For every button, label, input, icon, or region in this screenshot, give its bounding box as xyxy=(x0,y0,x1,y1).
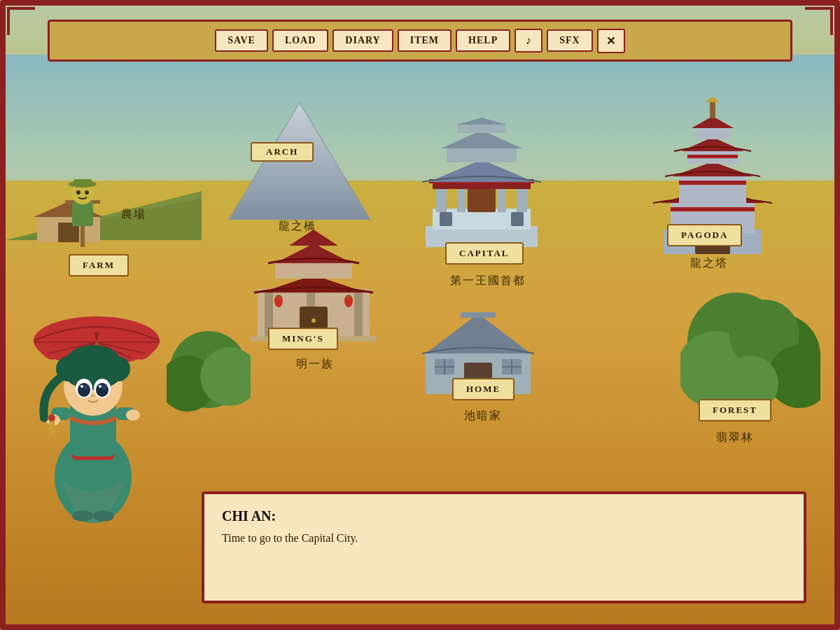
home-button[interactable]: HOME xyxy=(452,378,514,400)
mings-button[interactable]: MING'S xyxy=(268,328,338,350)
corner-decoration-tl xyxy=(7,7,35,35)
svg-point-111 xyxy=(99,385,102,388)
svg-rect-67 xyxy=(695,127,730,139)
dialog-box: CHI AN: Time to go to the Capital City. xyxy=(202,491,806,603)
pagoda-sublabel: 龍之塔 xyxy=(690,256,728,271)
svg-rect-57 xyxy=(461,312,496,318)
trees-left-bottom xyxy=(167,321,251,428)
close-button[interactable]: ✕ xyxy=(597,29,625,53)
svg-point-112 xyxy=(91,394,95,397)
svg-rect-42 xyxy=(447,147,517,162)
forest-sublabel: 翡翠林 xyxy=(716,430,754,445)
save-button[interactable]: SAVE xyxy=(215,29,268,52)
forest-button[interactable]: FOREST xyxy=(699,399,771,421)
svg-point-116 xyxy=(48,414,55,421)
svg-rect-6 xyxy=(72,202,93,226)
svg-marker-64 xyxy=(672,162,753,176)
svg-point-113 xyxy=(72,510,93,522)
svg-rect-23 xyxy=(275,261,352,279)
mings-building xyxy=(244,223,384,344)
svg-rect-35 xyxy=(457,188,465,212)
sfx-button[interactable]: SFX xyxy=(547,29,592,52)
svg-marker-45 xyxy=(457,118,506,125)
help-button[interactable]: HELP xyxy=(456,29,510,52)
dialog-character-name: CHI AN: xyxy=(222,508,786,524)
svg-rect-29 xyxy=(347,295,350,299)
load-button[interactable]: LOAD xyxy=(272,29,328,52)
svg-point-103 xyxy=(105,356,130,382)
farm-sublabel: 農場 xyxy=(121,207,146,222)
svg-point-108 xyxy=(83,384,89,390)
svg-point-11 xyxy=(85,190,89,195)
svg-rect-69 xyxy=(710,100,715,118)
svg-point-106 xyxy=(78,383,90,397)
scarecrow xyxy=(58,174,107,253)
arch-label[interactable]: FARM ARCH xyxy=(251,142,314,162)
svg-rect-37 xyxy=(468,188,496,212)
svg-point-114 xyxy=(93,510,114,522)
svg-point-98 xyxy=(126,410,140,421)
svg-rect-47 xyxy=(511,212,524,226)
svg-rect-72 xyxy=(679,181,746,185)
mings-sublabel: 明一族 xyxy=(296,357,334,372)
svg-point-109 xyxy=(102,384,107,390)
capital-button[interactable]: CAPITAL xyxy=(445,242,524,265)
svg-rect-44 xyxy=(457,123,506,133)
game-container: SAVE LOAD DIARY ITEM HELP ♪ SFX ✕ FARM A… xyxy=(0,0,840,630)
corner-decoration-tr xyxy=(805,7,833,35)
svg-rect-73 xyxy=(687,155,738,158)
home-sublabel: 池暗家 xyxy=(464,409,502,424)
dialog-text: Time to go to the Capital City. xyxy=(222,530,786,547)
svg-point-10 xyxy=(76,190,80,195)
svg-point-20 xyxy=(312,318,316,323)
item-button[interactable]: ITEM xyxy=(398,29,451,52)
svg-rect-17 xyxy=(354,293,363,338)
farm-button[interactable]: FARM xyxy=(69,254,129,276)
svg-rect-36 xyxy=(498,188,506,212)
svg-rect-9 xyxy=(74,179,92,186)
character-chi-an xyxy=(20,278,174,523)
capital-building xyxy=(419,118,545,253)
svg-point-107 xyxy=(96,383,108,397)
svg-rect-63 xyxy=(679,175,746,204)
svg-point-110 xyxy=(80,385,83,388)
svg-rect-27 xyxy=(277,295,280,299)
capital-sublabel: 第一王國首都 xyxy=(450,274,526,288)
arch-sublabel: 龍之橋 xyxy=(279,219,316,234)
pagoda-button[interactable]: PAGODA xyxy=(667,224,742,246)
svg-rect-46 xyxy=(440,212,452,226)
svg-rect-71 xyxy=(671,207,755,211)
diary-button[interactable]: DIARY xyxy=(332,29,393,52)
music-button[interactable]: ♪ xyxy=(514,29,542,52)
svg-marker-70 xyxy=(706,97,720,102)
toolbar: SAVE LOAD DIARY ITEM HELP ♪ SFX ✕ xyxy=(48,20,792,62)
